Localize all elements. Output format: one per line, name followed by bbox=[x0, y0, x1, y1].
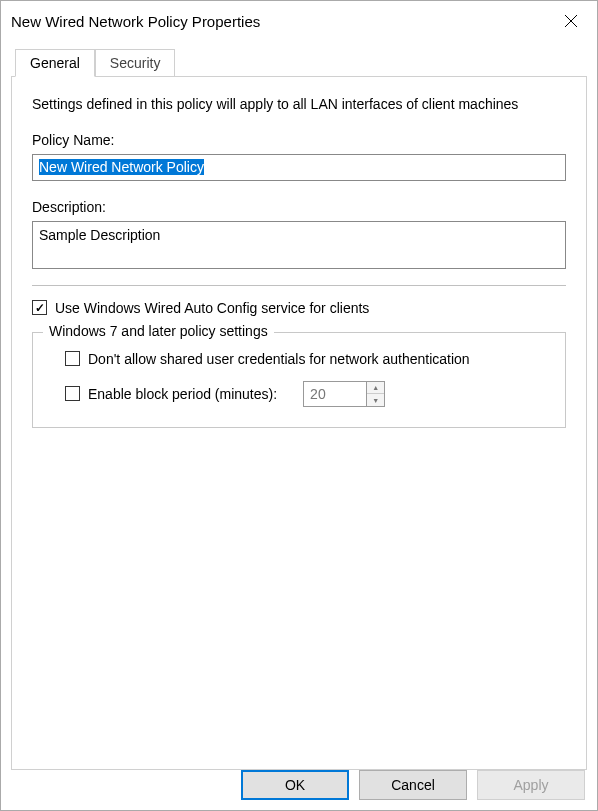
use-autoconfig-label: Use Windows Wired Auto Config service fo… bbox=[55, 300, 369, 316]
policy-name-input[interactable]: New Wired Network Policy bbox=[32, 154, 566, 181]
use-autoconfig-row[interactable]: Use Windows Wired Auto Config service fo… bbox=[32, 300, 566, 316]
chevron-up-icon: ▲ bbox=[372, 384, 379, 391]
intro-text: Settings defined in this policy will app… bbox=[32, 95, 566, 114]
no-shared-creds-label: Don't allow shared user credentials for … bbox=[88, 351, 470, 367]
tab-panel-general: Settings defined in this policy will app… bbox=[11, 76, 587, 770]
separator bbox=[32, 285, 566, 286]
block-period-value: 20 bbox=[310, 386, 326, 402]
cancel-button[interactable]: Cancel bbox=[359, 770, 467, 800]
dialog-window: New Wired Network Policy Properties Gene… bbox=[0, 0, 598, 811]
tab-general[interactable]: General bbox=[15, 49, 95, 77]
policy-name-value: New Wired Network Policy bbox=[39, 159, 204, 175]
titlebar: New Wired Network Policy Properties bbox=[1, 1, 597, 41]
close-icon bbox=[564, 14, 578, 28]
chevron-down-icon: ▼ bbox=[372, 397, 379, 404]
policy-name-label: Policy Name: bbox=[32, 132, 566, 148]
spinner-buttons: ▲ ▼ bbox=[367, 381, 385, 407]
enable-block-label: Enable block period (minutes): bbox=[88, 386, 277, 402]
apply-button: Apply bbox=[477, 770, 585, 800]
content-area: General Security Settings defined in thi… bbox=[1, 41, 597, 770]
use-autoconfig-checkbox[interactable] bbox=[32, 300, 47, 315]
description-input[interactable]: Sample Description bbox=[32, 221, 566, 269]
enable-block-row[interactable]: Enable block period (minutes): 20 ▲ ▼ bbox=[65, 381, 547, 407]
no-shared-creds-row[interactable]: Don't allow shared user credentials for … bbox=[65, 351, 547, 367]
spinner-down-button[interactable]: ▼ bbox=[367, 394, 384, 406]
description-value: Sample Description bbox=[39, 227, 160, 243]
block-period-spinner: 20 ▲ ▼ bbox=[303, 381, 385, 407]
ok-button[interactable]: OK bbox=[241, 770, 349, 800]
close-button[interactable] bbox=[545, 2, 597, 40]
block-period-input[interactable]: 20 bbox=[303, 381, 367, 407]
description-label: Description: bbox=[32, 199, 566, 215]
button-bar: OK Cancel Apply bbox=[241, 770, 585, 800]
tab-security[interactable]: Security bbox=[95, 49, 176, 76]
win7-group: Windows 7 and later policy settings Don'… bbox=[32, 332, 566, 428]
spinner-up-button[interactable]: ▲ bbox=[367, 382, 384, 395]
enable-block-checkbox[interactable] bbox=[65, 386, 80, 401]
win7-group-legend: Windows 7 and later policy settings bbox=[43, 323, 274, 339]
window-title: New Wired Network Policy Properties bbox=[11, 13, 260, 30]
no-shared-creds-checkbox[interactable] bbox=[65, 351, 80, 366]
tab-strip: General Security bbox=[15, 49, 587, 76]
